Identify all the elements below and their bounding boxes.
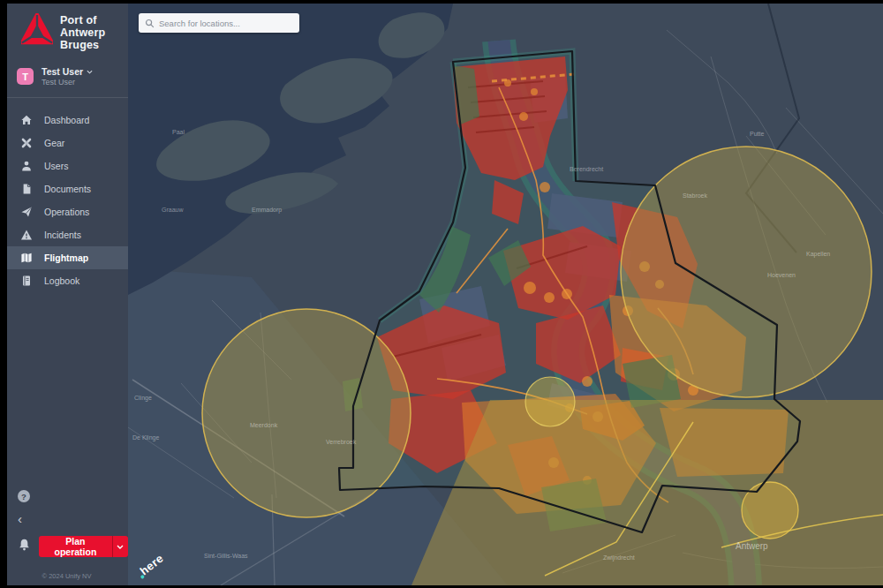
sidebar-item-dashboard[interactable]: Dashboard xyxy=(7,109,128,132)
map-label-berendrecht: Berendrecht xyxy=(570,166,603,172)
map-label-stabroek: Stabroek xyxy=(683,192,708,199)
sidebar-item-operations[interactable]: Operations xyxy=(7,200,128,223)
user-icon xyxy=(20,160,33,172)
map-label-emmadorp: Emmadorp xyxy=(252,207,282,214)
notifications-bell-icon[interactable] xyxy=(18,538,31,555)
map-label-sint-gillis-waas: Sint-Gillis-Waas xyxy=(204,553,248,559)
brand: Port of Antwerp Bruges xyxy=(7,4,128,61)
port-of-antwerp-logo-icon xyxy=(21,13,53,52)
sidebar-nav: Dashboard Gear xyxy=(7,109,128,292)
warning-icon xyxy=(20,229,33,241)
app-window: Port of Antwerp Bruges T Test User Test … xyxy=(0,0,883,588)
paper-plane-icon xyxy=(20,206,33,218)
map-label-kapellen: Kapellen xyxy=(806,251,830,258)
map-label-verrebroek: Verrebroek xyxy=(326,439,357,445)
sidebar-item-logbook[interactable]: Logbook xyxy=(7,269,128,292)
map-label-hoevenen: Hoevenen xyxy=(767,272,796,278)
sidebar-item-flightmap[interactable]: Flightmap xyxy=(7,246,128,269)
search-input[interactable] xyxy=(159,19,293,28)
propeller-icon xyxy=(20,137,33,149)
sidebar-footer: ? ‹ Plan operation © 2024 Unify NV xyxy=(7,490,128,585)
location-search[interactable] xyxy=(139,13,299,33)
map-layers: Paal Emmadorp Graauw Clinge De Klinge Me… xyxy=(128,4,883,585)
map-label-clinge: Clinge xyxy=(134,395,152,402)
flightmap-canvas[interactable]: Paal Emmadorp Graauw Clinge De Klinge Me… xyxy=(128,4,883,585)
copyright: © 2024 Unify NV xyxy=(18,566,128,580)
collapse-sidebar-icon[interactable]: ‹ xyxy=(18,515,26,524)
user-menu[interactable]: T Test User Test User xyxy=(7,61,128,98)
user-name: Test User xyxy=(42,66,83,77)
map-label-meerdonk: Meerdonk xyxy=(250,422,278,428)
sidebar: Port of Antwerp Bruges T Test User Test … xyxy=(7,4,128,585)
search-icon xyxy=(145,19,155,28)
sidebar-item-gear[interactable]: Gear xyxy=(7,132,128,155)
sidebar-item-incidents[interactable]: Incidents xyxy=(7,223,128,246)
chevron-down-icon xyxy=(87,70,93,74)
map-label-putte: Putte xyxy=(750,131,764,137)
home-icon xyxy=(20,114,33,126)
map-label-de-klinge: De Klinge xyxy=(132,434,159,441)
plan-operation-caret[interactable] xyxy=(113,536,128,557)
brand-name: Port of Antwerp Bruges xyxy=(60,14,105,51)
map-label-paal: Paal xyxy=(172,129,185,135)
map-label-graauw: Graauw xyxy=(162,207,184,213)
map-icon xyxy=(20,252,33,264)
sidebar-item-users[interactable]: Users xyxy=(7,155,128,177)
help-icon[interactable]: ? xyxy=(18,490,30,502)
avatar: T xyxy=(17,68,34,85)
book-icon xyxy=(20,275,33,287)
plan-operation-button[interactable]: Plan operation xyxy=(39,536,128,557)
sidebar-item-documents[interactable]: Documents xyxy=(7,177,128,200)
user-role: Test User xyxy=(42,78,93,87)
map-label-antwerp: Antwerp xyxy=(736,541,768,551)
map-label-zwijndrecht: Zwijndrecht xyxy=(603,554,635,562)
document-icon xyxy=(20,183,33,195)
